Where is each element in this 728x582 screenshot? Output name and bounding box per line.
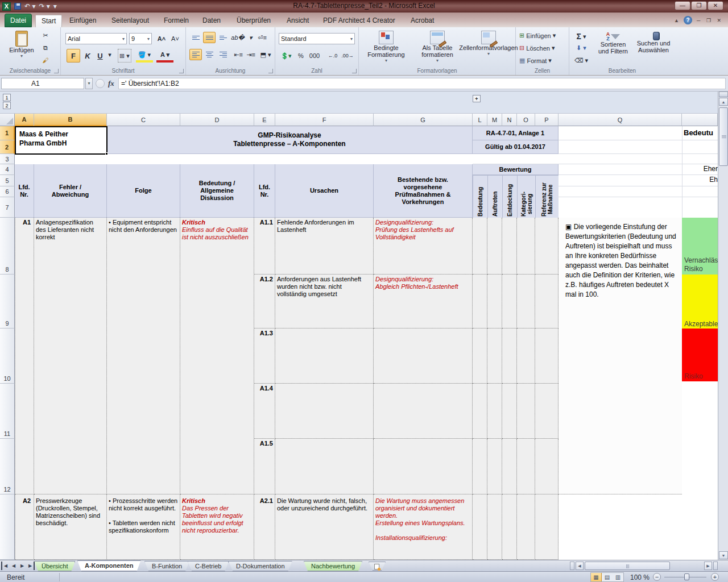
row-header-9[interactable]: 9 bbox=[0, 275, 15, 329]
last-sheet-icon[interactable]: ▶ bbox=[27, 562, 35, 570]
header-bewertung[interactable]: Bewertung bbox=[473, 164, 559, 175]
cause-a12-massnahme-cell[interactable]: Designqualifizierung: Abgleich Pflichten… bbox=[374, 275, 473, 329]
find-select-button[interactable]: Suchen und Auswählen bbox=[634, 32, 673, 53]
scroll-down-icon[interactable]: ▼ bbox=[719, 551, 728, 559]
cause-a15-id-cell[interactable]: A1.5 bbox=[254, 439, 275, 494]
rating-cell[interactable] bbox=[502, 439, 517, 494]
rating-cell[interactable] bbox=[517, 275, 535, 329]
rating-cell[interactable] bbox=[487, 384, 502, 439]
header-fehler[interactable]: Fehler / Abweichung bbox=[34, 164, 107, 218]
entry-a2-folge-cell[interactable]: • Prozessschritte werden nicht korrekt a… bbox=[107, 494, 180, 560]
zoom-in-icon[interactable]: + bbox=[711, 573, 719, 581]
tab-ueberpruefen[interactable]: Überprüfen bbox=[231, 15, 276, 27]
rating-cell[interactable] bbox=[473, 439, 487, 494]
col-header-n[interactable]: N bbox=[502, 114, 517, 126]
increase-indent-icon[interactable]: ⇥≡ bbox=[245, 49, 257, 60]
scroll-left-icon[interactable]: ◀ bbox=[576, 562, 584, 570]
entry-a2-diskussion-cell[interactable]: Kritisch Das Pressen der Tabletten wird … bbox=[180, 494, 254, 560]
rating-cell[interactable] bbox=[535, 439, 559, 494]
cause-a12-ursache-cell[interactable]: Anforderungen aus Lastenheft wurden nich… bbox=[275, 275, 374, 329]
cause-a14-id-cell[interactable]: A1.4 bbox=[254, 384, 275, 439]
dialog-launcher-icon[interactable] bbox=[268, 69, 273, 73]
col-header-q[interactable]: Q bbox=[559, 114, 682, 126]
rating-cell[interactable] bbox=[487, 494, 502, 560]
col-header-b[interactable]: B bbox=[34, 114, 107, 126]
scroll-right-icon[interactable]: ▶ bbox=[704, 562, 712, 570]
align-left-icon[interactable] bbox=[189, 49, 202, 60]
header-referenz[interactable]: Referenz zur Maßnahme bbox=[535, 175, 559, 218]
zoom-out-icon[interactable]: − bbox=[653, 573, 661, 581]
legend-row5-cell[interactable]: Eh bbox=[682, 175, 718, 186]
minimize-ribbon-icon[interactable]: ▲ bbox=[674, 18, 679, 23]
format-painter-icon[interactable]: 🖌 bbox=[40, 57, 51, 64]
restore-button[interactable]: ❐ bbox=[691, 1, 707, 10]
row-header-6[interactable]: 6 bbox=[0, 186, 15, 197]
col-header-a[interactable]: A bbox=[15, 114, 34, 126]
align-right-icon[interactable] bbox=[217, 49, 229, 60]
tab-datei[interactable]: Datei bbox=[5, 14, 32, 27]
header-bedeutung[interactable]: Bedeutung bbox=[473, 175, 487, 218]
doc-title-cell[interactable]: GMP-Risikoanalyse Tablettenpresse – A-Ko… bbox=[107, 126, 473, 154]
number-format-combo[interactable]: Standard▾ bbox=[279, 33, 355, 44]
rating-cell[interactable] bbox=[517, 384, 535, 439]
tab-start[interactable]: Start bbox=[35, 15, 62, 27]
rating-cell[interactable] bbox=[517, 494, 535, 560]
doc-reference-cell[interactable]: RA-4.7-01, Anlage 1 bbox=[473, 126, 559, 140]
select-all-corner[interactable] bbox=[0, 114, 15, 126]
name-box[interactable]: A1 bbox=[1, 78, 84, 89]
rating-cell[interactable] bbox=[473, 494, 487, 560]
col-header-o[interactable]: O bbox=[517, 114, 535, 126]
cause-a13-id-cell[interactable]: A1.3 bbox=[254, 329, 275, 384]
col-header-l[interactable]: L bbox=[473, 114, 487, 126]
paste-button[interactable]: Einfügen ▾ bbox=[7, 31, 36, 59]
tab-ansicht[interactable]: Ansicht bbox=[281, 15, 315, 27]
vertical-scrollbar[interactable]: ▲ ▼ bbox=[718, 92, 728, 560]
tab-einfuegen[interactable]: Einfügen bbox=[64, 15, 102, 27]
entry-a2-fehler-cell[interactable]: Presswerkzeuge (Druckrollen, Stempel, Ma… bbox=[34, 494, 107, 560]
h-split-handle-right[interactable] bbox=[713, 562, 718, 570]
fx-icon[interactable]: fx bbox=[108, 79, 114, 88]
dialog-launcher-icon[interactable] bbox=[54, 69, 59, 73]
decrease-decimal-icon[interactable]: .00→ bbox=[340, 50, 355, 61]
fill-color-icon[interactable]: 🪣 ▾ bbox=[136, 49, 153, 63]
align-middle-icon[interactable] bbox=[203, 32, 216, 43]
rating-cell[interactable] bbox=[473, 329, 487, 384]
tab-daten[interactable]: Daten bbox=[197, 15, 226, 27]
row-header-11[interactable]: 11 bbox=[0, 384, 15, 439]
rating-cell[interactable] bbox=[502, 218, 517, 275]
rating-cell[interactable] bbox=[517, 329, 535, 384]
cause-a13-massnahme-cell[interactable] bbox=[374, 329, 473, 384]
wrap-text-icon[interactable]: ⏎≡ bbox=[254, 32, 270, 43]
row-header-10[interactable]: 10 bbox=[0, 329, 15, 384]
horizontal-scroll-thumb[interactable] bbox=[585, 562, 670, 570]
italic-button[interactable]: K bbox=[81, 49, 94, 63]
name-box-dropdown-icon[interactable]: ▾ bbox=[85, 78, 93, 89]
fill-handle[interactable] bbox=[105, 152, 108, 155]
grow-font-icon[interactable]: A˄ bbox=[155, 33, 168, 44]
sheet-tab-uebersicht[interactable]: Übersicht bbox=[34, 561, 75, 571]
percent-icon[interactable]: % bbox=[296, 50, 306, 61]
col-header-e[interactable]: E bbox=[254, 114, 275, 126]
fill-icon[interactable]: ⬇ ▾ bbox=[573, 44, 590, 52]
row-header-7[interactable]: 7 bbox=[0, 197, 15, 218]
header-entdeckung[interactable]: Entdeckung bbox=[502, 175, 517, 218]
rating-cell[interactable] bbox=[502, 494, 517, 560]
sheet-tab-b-funktion[interactable]: B-Funktion bbox=[144, 561, 189, 571]
rating-cell[interactable] bbox=[473, 275, 487, 329]
header-massnahmen[interactable]: Bestehende bzw. vorgesehene Prüfmaßnahme… bbox=[374, 164, 473, 218]
sheet-tab-a-komponenten[interactable]: A-Komponenten bbox=[77, 560, 141, 571]
legend-row4-cell[interactable]: Eher bbox=[682, 164, 718, 175]
entry-a1-folge-cell[interactable]: • Equipment entspricht nicht den Anforde… bbox=[107, 218, 180, 494]
rating-cell[interactable] bbox=[502, 384, 517, 439]
sheet-tab-d-dokumentation[interactable]: D-Dokumentation bbox=[229, 561, 292, 571]
page-break-view-icon[interactable]: ▥ bbox=[613, 573, 623, 581]
font-family-combo[interactable]: Arial▾ bbox=[65, 33, 127, 44]
cause-a13-ursache-cell[interactable] bbox=[275, 329, 374, 384]
split-handle[interactable] bbox=[719, 92, 728, 97]
cell-styles-button[interactable]: Zellenformatvorlagen▾ bbox=[462, 31, 515, 56]
next-sheet-icon[interactable]: ▶ bbox=[18, 562, 26, 570]
cause-a21-id-cell[interactable]: A2.1 bbox=[254, 494, 275, 560]
minimize-button[interactable]: — bbox=[675, 1, 690, 10]
vertical-scroll-thumb[interactable] bbox=[719, 107, 728, 166]
underline-button[interactable]: U bbox=[94, 49, 106, 63]
